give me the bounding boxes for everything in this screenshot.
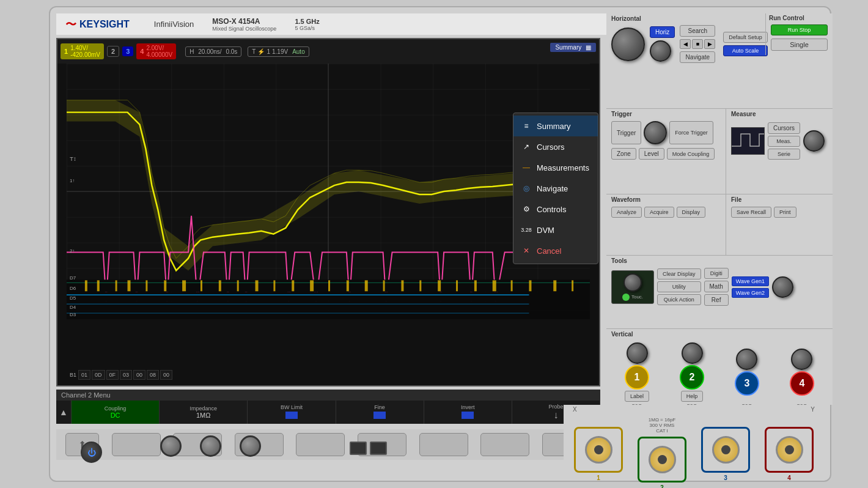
nav-stop-button[interactable]: ■	[692, 39, 703, 49]
probe-conn-1[interactable]	[160, 435, 182, 457]
vertical-ch1-group: 1 Label	[625, 342, 649, 402]
softkey-coupling[interactable]: Coupling DC	[72, 401, 160, 424]
softkey-fine[interactable]: Fine	[336, 401, 424, 424]
ch1-conn-label: 1	[597, 475, 600, 481]
menu-item-cursors[interactable]: ↗ Cursors	[513, 136, 598, 157]
probe-conn-3[interactable]	[240, 435, 261, 457]
right-panel: Run Control Run Stop Single Horizontal H…	[606, 13, 833, 405]
trigger-section: Trigger Trigger Force Trigger Zone Level…	[606, 108, 726, 194]
ch3-vertical-knob[interactable]	[736, 349, 757, 370]
level-button[interactable]: Level	[639, 148, 664, 160]
tools-knob[interactable]	[772, 276, 793, 298]
cursors-button[interactable]: Cursors	[768, 122, 800, 134]
svg-rect-34	[553, 280, 556, 291]
ch3-port[interactable]	[712, 436, 740, 464]
menu-item-dvm[interactable]: 3.28 DVM	[513, 220, 598, 240]
ch2-vertical-button[interactable]: 2	[680, 365, 704, 390]
softkey-invert[interactable]: Invert	[424, 401, 512, 424]
h-badge[interactable]: H 20.00ns/ 0.0s	[185, 46, 241, 57]
physical-key-1[interactable]	[112, 433, 161, 456]
ch2-port[interactable]	[649, 446, 676, 473]
impedance-label: Impedance	[189, 405, 217, 412]
ch3-v-num: 3	[745, 378, 750, 389]
horiz-button[interactable]: Horiz	[650, 26, 675, 38]
nav-prev-button[interactable]: ◀	[680, 39, 691, 49]
wave-gen2-button[interactable]: Wave Gen2	[732, 288, 769, 298]
menu-item-controls[interactable]: ⚙ Controls	[513, 199, 598, 220]
menu-item-navigate[interactable]: ◎ Navigate	[513, 178, 598, 199]
default-setup-button[interactable]: Default Setup	[723, 32, 768, 43]
menu-item-cancel[interactable]: ✕ Cancel	[513, 240, 598, 261]
probe-arrow-icon: ↓	[553, 410, 558, 421]
usb-port-2[interactable]	[370, 442, 387, 455]
power-button[interactable]: ⏻	[81, 442, 102, 463]
mode-coupling-button[interactable]: Mode Coupling	[667, 148, 715, 160]
zone-button[interactable]: Zone	[611, 148, 636, 160]
search-button[interactable]: Search	[680, 25, 715, 37]
utility-button[interactable]: Utility	[657, 281, 701, 292]
serie-button[interactable]: Serie	[768, 149, 800, 160]
measure-knob[interactable]	[803, 130, 825, 152]
menu-summary-label: Summary	[537, 122, 571, 131]
nav-next-button[interactable]: ▶	[704, 39, 715, 49]
summary-button[interactable]: Summary ▦	[550, 43, 596, 52]
acquire-button[interactable]: Acquire	[644, 207, 674, 218]
ch4-vertical-button[interactable]: 4	[790, 371, 814, 396]
ch4-port[interactable]	[776, 436, 803, 464]
zoom-knob[interactable]	[650, 40, 671, 62]
tools-row1: Touc. Clear Display Utility Quick Action…	[606, 266, 833, 308]
run-stop-button[interactable]: Run Stop	[771, 24, 828, 35]
force-trigger-button[interactable]: Force Trigger	[669, 121, 713, 144]
label-button-ch1[interactable]: Label	[625, 391, 649, 402]
ch2-vertical-knob[interactable]	[682, 342, 703, 364]
softkey-impedance[interactable]: Impedance 1MΩ	[160, 401, 248, 424]
menu-item-summary[interactable]: ≡ Summary	[513, 116, 598, 136]
wave-gen1-button[interactable]: Wave Gen1	[732, 276, 769, 286]
ch2-badge[interactable]: 2	[107, 46, 119, 57]
ch2-connector-frame	[638, 437, 686, 482]
meas-button[interactable]: Meas.	[768, 136, 800, 147]
intensity-select-knob[interactable]	[623, 273, 642, 292]
trigger-knob[interactable]	[644, 121, 667, 144]
print-button[interactable]: Print	[774, 207, 796, 218]
horizontal-position-knob[interactable]	[611, 28, 645, 61]
ch4-badge[interactable]: 4 2.00V/ 4.00000V	[136, 43, 176, 59]
physical-key-7[interactable]	[480, 433, 529, 456]
physical-key-6[interactable]	[419, 433, 468, 456]
math-button[interactable]: Math	[704, 281, 729, 292]
ch3-badge[interactable]: 3	[122, 46, 133, 56]
ch1-badge[interactable]: 1 1.40V/ -420.00mV	[61, 43, 104, 59]
quick-action-button[interactable]: Quick Action	[657, 294, 701, 305]
trigger-button[interactable]: Trigger	[611, 121, 641, 144]
physical-key-4[interactable]	[296, 433, 345, 456]
ch1-vertical-button[interactable]: 1	[625, 365, 649, 390]
usb-port-1[interactable]	[350, 442, 367, 455]
t-badge[interactable]: T ⚡ 1 1.19V Auto	[248, 46, 309, 57]
probe-conn-2[interactable]	[200, 435, 221, 457]
svg-text:D7: D7	[70, 275, 76, 281]
softkey-bw-limit[interactable]: BW Limit	[248, 401, 336, 424]
clear-display-button[interactable]: Clear Display	[657, 268, 701, 279]
digiti-button[interactable]: Digiti	[704, 268, 729, 279]
ch3-vertical-button[interactable]: 3	[735, 371, 759, 396]
ch1-port[interactable]	[585, 436, 612, 464]
auto-scale-button[interactable]: Auto Scale	[723, 45, 768, 56]
ref-button[interactable]: Ref	[704, 294, 729, 306]
svg-text:T↕: T↕	[70, 155, 76, 162]
softkey-arrow-left[interactable]: ▲	[56, 401, 72, 424]
save-recall-button[interactable]: Save Recall	[731, 207, 771, 218]
help-button-ch2[interactable]: Help	[681, 391, 704, 402]
display-button[interactable]: Display	[677, 207, 706, 218]
navigate-button[interactable]: Navigate	[680, 51, 715, 63]
svg-rect-22	[328, 280, 330, 291]
ch4-vertical-knob[interactable]	[791, 349, 812, 370]
single-button[interactable]: Single	[771, 39, 828, 51]
ch4-number: 4	[140, 48, 144, 55]
menu-item-measurements[interactable]: — Measurements	[513, 157, 598, 178]
power-area: ⏻	[81, 442, 102, 463]
ch1-vertical-knob[interactable]	[627, 342, 648, 364]
ch3-port-inner	[721, 445, 730, 454]
measure-buttons: Cursors Meas. Serie	[768, 122, 800, 160]
analyze-button[interactable]: Analyze	[611, 207, 642, 218]
ch2-port-inner	[658, 455, 667, 464]
